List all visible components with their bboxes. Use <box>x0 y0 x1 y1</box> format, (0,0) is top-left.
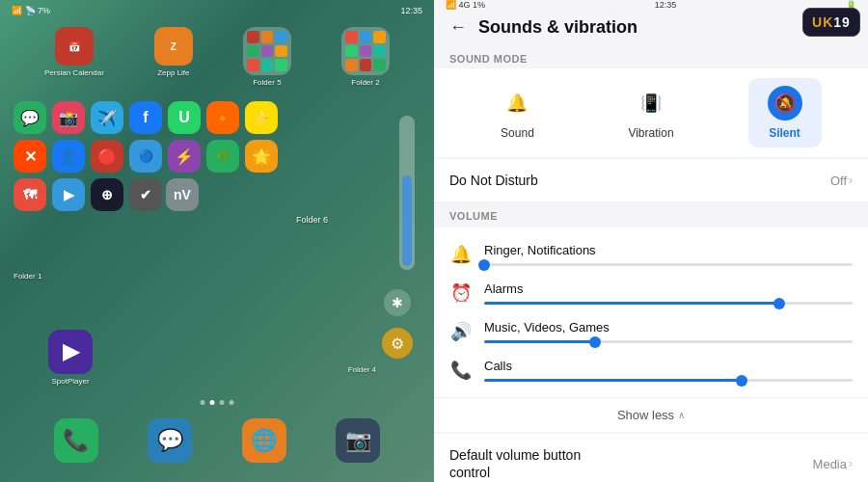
music-label: Music, Videos, Games <box>484 320 853 335</box>
alarms-volume-item: ⏰ Alarms <box>449 274 853 312</box>
media-icon[interactable]: ▶ <box>52 178 85 211</box>
left-phone-panel: 📶 📡 7% 12:35 📅 Persian Calendar Z Zepp L… <box>0 0 434 482</box>
ringer-volume-item: 🔔 Ringer, Notifications <box>449 235 853 274</box>
middle-app-area: 💬 📸 ✈️ f U 🔸 ⭐ ✕ 👤 🔴 🔵 ⚡ 🌿 🌟 🗺 <box>14 101 386 225</box>
show-less-chevron: ∧ <box>678 410 685 420</box>
back-button[interactable]: ← <box>449 17 467 38</box>
folder6-mini-icon[interactable]: ✔ <box>129 178 162 211</box>
spotplayer-label: SpotPlayer <box>51 377 89 386</box>
maps-icon[interactable]: 🗺 <box>14 178 46 211</box>
music-slider[interactable] <box>484 340 853 343</box>
persian-calendar-block: 📅 Persian Calendar <box>44 27 104 87</box>
status-right-left: 12:35 <box>400 6 422 15</box>
sound-mode-button[interactable]: 🔔 Sound <box>480 78 554 147</box>
folder5-label: Folder 5 <box>253 78 281 87</box>
whatsapp-icon[interactable]: 💬 <box>14 101 46 134</box>
ringer-thumb <box>478 259 490 271</box>
default-vol-value: Media <box>813 457 847 471</box>
folder2-icon[interactable] <box>341 27 390 75</box>
signal-status: 📶 4G 1% <box>446 0 485 10</box>
vibration-mode-label-text: Vibration <box>628 126 673 140</box>
do-not-disturb-value-area: Off › <box>830 174 853 188</box>
folder6-row: ✔ nV <box>129 178 199 211</box>
extra-icon-1[interactable]: 🔸 <box>206 101 239 134</box>
sound-mode-row: 🔔 Sound 📳 Vibration 🔕 Silent <box>434 68 868 157</box>
zepp-life-label: Zepp Life <box>157 68 189 77</box>
ringer-content: Ringer, Notifications <box>484 243 853 266</box>
facebook-icon[interactable]: f <box>129 101 162 134</box>
ringer-icon: 🔔 <box>449 244 473 265</box>
yellow-icon[interactable]: 🌟 <box>245 140 278 173</box>
folder6-label: Folder 6 <box>296 215 328 225</box>
page-title: Sounds & vibration <box>478 17 637 38</box>
music-fill <box>484 340 595 343</box>
volume-section-label: VOLUME <box>434 202 868 226</box>
silent-mode-icon: 🔕 <box>768 86 802 120</box>
do-not-disturb-label: Do Not Disturb <box>449 173 538 188</box>
logo-badge: UK 19 <box>802 8 860 37</box>
time-right: 12:35 <box>655 0 677 10</box>
music-volume-item: 🔊 Music, Videos, Games <box>449 312 853 351</box>
folder4-label: Folder 4 <box>348 365 376 374</box>
music-icon: 🔊 <box>449 321 473 342</box>
alarms-slider[interactable] <box>484 302 853 305</box>
extra-icon-2[interactable]: ⭐ <box>245 101 278 134</box>
status-time-left: 📶 📡 7% <box>12 6 50 15</box>
alarms-fill <box>484 302 779 305</box>
calls-thumb <box>736 375 747 387</box>
purple-icon[interactable]: ⚡ <box>168 140 201 173</box>
calls-slider[interactable] <box>484 379 853 382</box>
ringer-slider[interactable] <box>484 263 853 266</box>
silent-mode-label-text: Silent <box>769 126 800 140</box>
logo-uk: UK <box>812 14 833 30</box>
bluetooth-icon[interactable]: ✱ <box>384 289 411 316</box>
xapp-icon[interactable]: ✕ <box>14 140 46 173</box>
dot-4 <box>230 400 234 405</box>
chrome-dock-icon[interactable]: 🌐 <box>242 418 286 463</box>
status-bar-left: 📶 📡 7% 12:35 <box>0 0 434 21</box>
spotplayer-icon-img[interactable]: ▶ <box>48 330 93 374</box>
logo-19: 19 <box>833 14 851 30</box>
silent-mode-button[interactable]: 🔕 Silent <box>748 78 822 147</box>
folder2-label: Folder 2 <box>351 78 379 87</box>
do-not-disturb-chevron: › <box>849 174 853 187</box>
page-dots <box>201 400 234 405</box>
green-icon[interactable]: 🌿 <box>206 140 239 173</box>
avatar-icon[interactable]: 👤 <box>52 140 85 173</box>
default-vol-label: Default volume button <box>449 447 581 463</box>
app-row-2: ✕ 👤 🔴 🔵 ⚡ 🌿 🌟 <box>14 140 386 173</box>
telegram-icon[interactable]: ✈️ <box>91 101 123 134</box>
volume-slider-left[interactable] <box>399 116 415 270</box>
zepp-life-icon[interactable]: Z <box>154 27 193 66</box>
gear-icon[interactable]: ⚙ <box>382 328 413 359</box>
phone-background: 📶 📡 7% 12:35 📅 Persian Calendar Z Zepp L… <box>0 0 434 482</box>
vibration-mode-button[interactable]: 📳 Vibration <box>609 78 692 147</box>
alarms-content: Alarms <box>484 281 853 305</box>
show-less-row[interactable]: Show less ∧ <box>434 397 868 432</box>
phone-dock-icon[interactable]: 📞 <box>54 418 98 463</box>
upf-icon[interactable]: U <box>168 101 201 134</box>
folder6-area: ✔ nV <box>129 178 199 211</box>
default-volume-row[interactable]: Default volume button control Media › <box>434 434 868 482</box>
volume-section: 🔔 Ringer, Notifications ⏰ Alarms <box>434 228 868 397</box>
threads-icon[interactable]: ⊕ <box>91 178 123 211</box>
folder2-block: Folder 2 <box>341 27 390 87</box>
music-content: Music, Videos, Games <box>484 320 853 343</box>
app-row-1: 💬 📸 ✈️ f U 🔸 ⭐ <box>14 101 386 134</box>
volume-fill <box>402 175 412 266</box>
show-less-label: Show less <box>617 408 674 422</box>
folder1-label: Folder 1 <box>14 272 41 281</box>
messages-dock-icon[interactable]: 💬 <box>148 418 192 463</box>
do-not-disturb-row[interactable]: Do Not Disturb Off › <box>434 159 868 202</box>
camera-dock-icon[interactable]: 📷 <box>336 418 380 463</box>
dot-1 <box>201 400 205 405</box>
persian-calendar-icon[interactable]: 📅 <box>55 27 94 66</box>
ringer-label: Ringer, Notifications <box>484 243 853 257</box>
do-not-disturb-value: Off <box>830 174 847 188</box>
right-settings-panel: UK 19 📶 4G 1% 12:35 🔋 ← Sounds & vibrati… <box>434 0 868 482</box>
nvapp-icon[interactable]: nV <box>166 178 199 211</box>
red-icon[interactable]: 🔴 <box>91 140 123 173</box>
blue-icon[interactable]: 🔵 <box>129 140 162 173</box>
instagram-icon[interactable]: 📸 <box>52 101 85 134</box>
folder5-icon[interactable] <box>243 27 291 75</box>
